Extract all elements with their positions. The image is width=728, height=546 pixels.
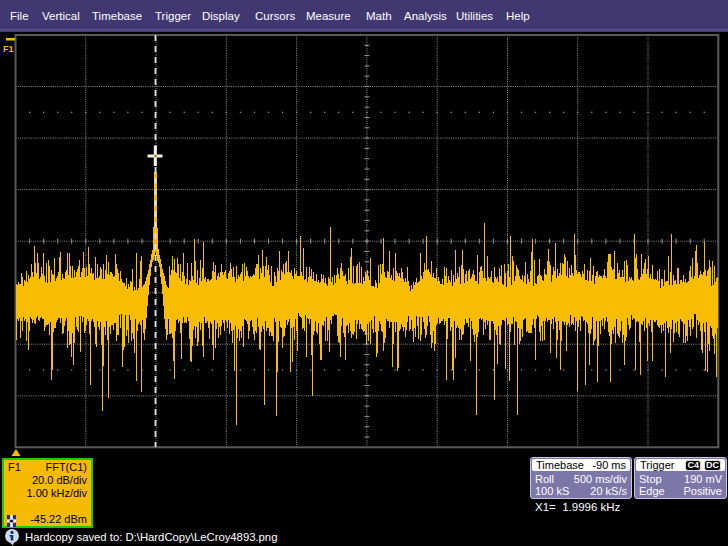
- svg-text:F1: F1: [3, 44, 14, 54]
